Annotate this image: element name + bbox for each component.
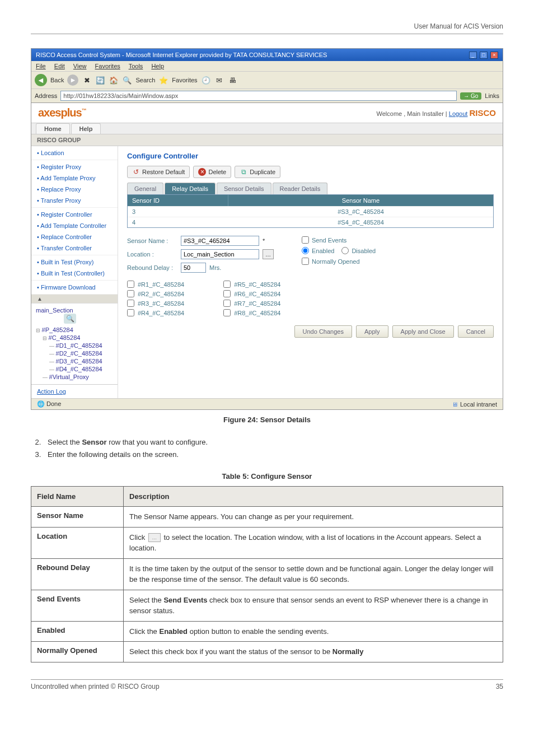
tree-node[interactable]: #C_485284 <box>36 334 113 342</box>
relay-grid: #R1_#C_485284 #R2_#C_485284 #R3_#C_48528… <box>127 281 494 316</box>
relay-checkbox[interactable] <box>127 281 134 288</box>
field-name-cell: Normally Opened <box>31 642 124 662</box>
page-header: User Manual for ACIS Version <box>31 22 503 34</box>
minimize-icon[interactable]: _ <box>469 52 477 59</box>
history-icon[interactable]: 🕘 <box>201 75 211 85</box>
forward-icon[interactable]: ► <box>67 74 78 86</box>
tree-node[interactable]: #P_485284 <box>36 326 113 334</box>
expand-up[interactable]: ▲ <box>31 295 118 303</box>
menu-view[interactable]: View <box>73 63 87 69</box>
relay-checkbox[interactable] <box>223 281 231 288</box>
footer-page-number: 35 <box>496 683 503 690</box>
mail-icon[interactable]: ✉ <box>214 75 224 85</box>
screenshot: RISCO Access Control System - Microsoft … <box>31 48 503 410</box>
nav-firmware-download[interactable]: Firmware Download <box>31 282 118 293</box>
tree-node[interactable]: #D3_#C_485284 <box>36 357 113 365</box>
sensor-name-input[interactable] <box>181 236 259 246</box>
tree-search-icon[interactable]: 🔍 <box>64 314 76 324</box>
favorites-icon[interactable]: ⭐ <box>158 75 168 85</box>
tab-general[interactable]: General <box>127 183 163 194</box>
menu-help[interactable]: Help <box>151 63 164 69</box>
apply-and-close-button[interactable]: Apply and Close <box>392 325 454 338</box>
nav-register-proxy[interactable]: Register Proxy <box>31 161 118 172</box>
grid-row[interactable]: 4 #S4_#C_485284 <box>128 217 493 227</box>
description-cell: Click the Enabled option button to enabl… <box>124 621 503 642</box>
grid-row[interactable]: 3 #S3_#C_485284 <box>128 206 493 217</box>
restore-default-button[interactable]: ↺Restore Default <box>127 166 190 178</box>
grid-header-sensor-id: Sensor ID <box>128 195 228 206</box>
nav-location[interactable]: Location <box>31 147 118 158</box>
relay-checkbox[interactable] <box>223 300 231 307</box>
duplicate-button[interactable]: ⧉Duplicate <box>235 166 280 178</box>
menu-favorites[interactable]: Favorites <box>95 63 120 69</box>
tree-node[interactable]: #D1_#C_485284 <box>36 342 113 349</box>
tree-node[interactable]: #Virtual_Proxy <box>36 373 113 381</box>
refresh-icon[interactable]: 🔄 <box>95 75 105 85</box>
sensor-grid: Sensor ID Sensor Name 3 #S3_#C_485284 4 … <box>127 194 494 228</box>
delete-button[interactable]: ×Delete <box>193 166 231 178</box>
tree-node[interactable]: #D4_#C_485284 <box>36 365 113 373</box>
tab-help[interactable]: Help <box>71 123 101 134</box>
tab-sensor-details[interactable]: Sensor Details <box>217 183 271 194</box>
action-log-link[interactable]: Action Log <box>37 388 66 395</box>
nav-add-template-proxy[interactable]: Add Template Proxy <box>31 172 118 184</box>
address-label: Address <box>35 92 57 99</box>
nav-add-template-controller[interactable]: Add Template Controller <box>31 220 118 231</box>
logout-link[interactable]: Logout <box>449 110 468 117</box>
maximize-icon[interactable]: □ <box>480 52 488 59</box>
rebound-delay-input[interactable] <box>181 263 206 273</box>
main-pane: Configure Controller ↺Restore Default ×D… <box>118 146 503 398</box>
go-button[interactable]: → Go <box>460 92 481 100</box>
print-icon[interactable]: 🖶 <box>228 75 238 85</box>
close-icon[interactable]: × <box>490 52 498 59</box>
undo-changes-button[interactable]: Undo Changes <box>294 325 352 338</box>
back-icon[interactable]: ◄ <box>35 74 47 86</box>
brand-logo: axesplus™ <box>38 106 86 119</box>
enabled-label: Enabled <box>312 248 334 254</box>
menu-tools[interactable]: Tools <box>129 63 143 69</box>
sidebar: Location Register Proxy Add Template Pro… <box>31 146 118 398</box>
required-star: * <box>263 237 265 244</box>
relay-checkbox[interactable] <box>127 290 134 297</box>
apply-button[interactable]: Apply <box>356 325 388 338</box>
tab-reader-details[interactable]: Reader Details <box>273 183 328 194</box>
normally-opened-checkbox[interactable] <box>302 258 309 265</box>
location-input[interactable] <box>181 249 259 259</box>
nav-bit-controller[interactable]: Built in Test (Controller) <box>31 268 118 279</box>
send-events-checkbox[interactable] <box>302 236 309 244</box>
url-input[interactable]: http://01hw182233/acis/MainWindow.aspx <box>60 91 457 101</box>
delete-icon: × <box>198 168 206 176</box>
relay-checkbox[interactable] <box>223 309 231 316</box>
tree-node[interactable]: #D2_#C_485284 <box>36 349 113 357</box>
stop-icon[interactable]: ✖ <box>82 75 92 85</box>
nav-transfer-proxy[interactable]: Transfer Proxy <box>31 195 118 206</box>
location-browse-button[interactable]: … <box>263 249 274 259</box>
relay-checkbox[interactable] <box>127 300 134 307</box>
nav-replace-controller[interactable]: Replace Controller <box>31 231 118 242</box>
search-label: Search <box>135 77 155 83</box>
enabled-radio[interactable] <box>302 247 309 254</box>
description-cell: Select this check box if you want the st… <box>124 642 503 662</box>
nav-bit-proxy[interactable]: Built in Test (Proxy) <box>31 256 118 268</box>
grid-header-sensor-name: Sensor Name <box>228 195 493 206</box>
status-zone: 🖥Local intranet <box>452 401 497 408</box>
menu-file[interactable]: File <box>36 63 46 69</box>
tab-home[interactable]: Home <box>36 123 70 134</box>
tab-relay-details[interactable]: Relay Details <box>165 183 216 194</box>
welcome-text: Welcome , Main Installer | Logout RISCO <box>377 108 496 118</box>
relay-label: #R1_#C_485284 <box>138 281 184 288</box>
risco-logo: RISCO <box>469 108 496 118</box>
disabled-radio[interactable] <box>341 247 349 254</box>
nav-transfer-controller[interactable]: Transfer Controller <box>31 242 118 254</box>
relay-checkbox[interactable] <box>223 290 231 297</box>
menu-edit[interactable]: Edit <box>54 63 65 69</box>
search-icon[interactable]: 🔍 <box>122 75 132 85</box>
links-label[interactable]: Links <box>485 92 499 99</box>
nav-register-controller[interactable]: Register Controller <box>31 209 118 220</box>
status-done: 🌐 Done <box>37 400 61 408</box>
relay-checkbox[interactable] <box>127 309 134 316</box>
cancel-button[interactable]: Cancel <box>458 325 494 338</box>
home-icon[interactable]: 🏠 <box>109 75 119 85</box>
disabled-label: Disabled <box>352 248 376 254</box>
nav-replace-proxy[interactable]: Replace Proxy <box>31 184 118 195</box>
